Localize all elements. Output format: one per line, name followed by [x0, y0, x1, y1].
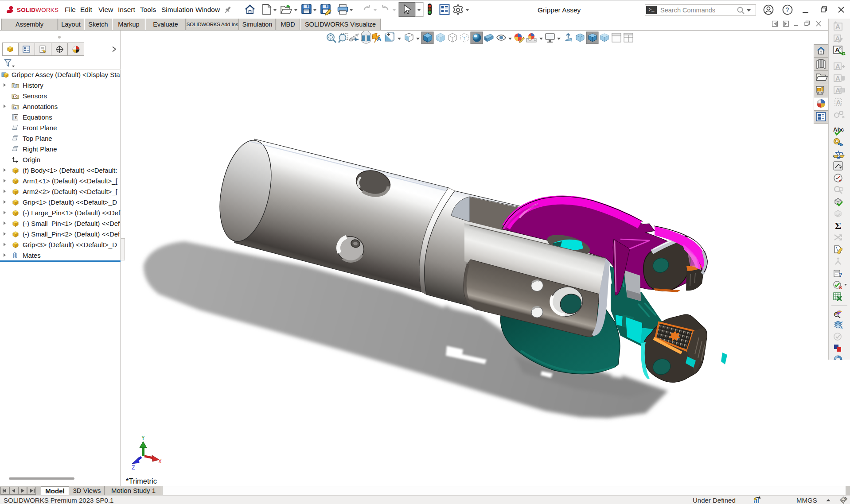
svg-text:A: A [835, 62, 840, 70]
svg-text:?: ? [839, 272, 842, 278]
svg-text:A: A [14, 106, 17, 110]
svg-text:?: ? [786, 6, 789, 13]
svg-text:A: A [835, 86, 840, 94]
svg-text:X: X [158, 458, 162, 465]
svg-text:A: A [836, 98, 841, 106]
svg-text:Σ: Σ [835, 220, 841, 231]
svg-text:*Trimetric: *Trimetric [126, 477, 157, 485]
svg-text:A: A [835, 74, 840, 82]
svg-text:Σ: Σ [15, 116, 17, 120]
svg-text:SOLIDWORKS: SOLIDWORKS [17, 7, 58, 13]
svg-text:Z: Z [132, 465, 135, 471]
svg-text:A: A [835, 23, 840, 30]
svg-text:A: A [377, 35, 382, 43]
svg-text:Y: Y [141, 435, 145, 442]
